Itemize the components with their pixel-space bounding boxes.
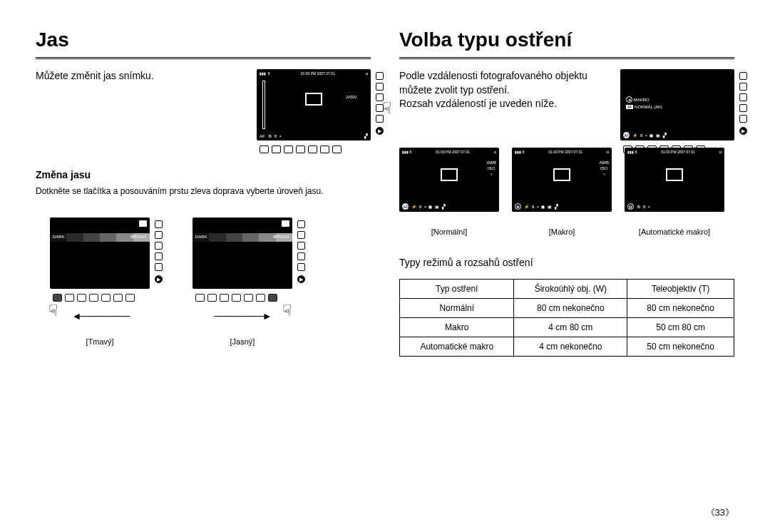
play-icon: ▶	[376, 127, 384, 135]
screen-bottom-buttons[interactable]	[260, 145, 342, 153]
jas-preview-screen: ▮▮▮ 8 01:00 PM 2007.07.01 ◘ JASN AF⚙8▪ ▞…	[257, 69, 371, 140]
jasn-label: JASN	[346, 95, 356, 99]
bright-label: [Jasný]	[192, 337, 292, 346]
dark-preview: DARK BRIGHT	[50, 218, 150, 289]
hand-icon: ☟	[382, 99, 396, 116]
focus-example-auto-makro: ▮▮▮ 801:00 PM 2007.07.01◘ ✿⚙8▪	[625, 148, 724, 212]
zmena-jasu-instruction: Dotkněte se tlačítka a posouváním prstu …	[36, 186, 371, 196]
zmena-jasu-title: Změna jasu	[36, 169, 371, 180]
focus-intro-1: Podle vzdálenosti fotografovaného objekt…	[399, 69, 606, 97]
jas-intro: Můžete změnit jas snímku.	[36, 69, 235, 83]
focus-example-label: [Makro]	[512, 227, 612, 236]
left-column: Jas Můžete změnit jas snímku. ▮▮▮ 8 01:0…	[36, 29, 371, 357]
focus-range-table: Typ ostření Širokoúhlý obj. (W) Teleobje…	[399, 279, 734, 357]
table-row: Normální 80 cm nekonečno 80 cm nekonečno	[400, 298, 734, 317]
table-row: Makro 4 cm 80 cm 50 cm 80 cm	[400, 317, 734, 337]
focus-mode-screen: ❀ MAKRO AF NORMÁL (AF) AF ⚡8▪◼▣▞ ▶	[620, 69, 734, 140]
focus-examples-row: ▮▮▮ 801:00 PM 2007.07.01◘ AWBISO☼ AF⚡8▪◼…	[399, 148, 734, 236]
af-icon: AF	[623, 132, 630, 138]
camera-icon	[139, 220, 147, 227]
focus-table-title: Typy režimů a rozsahů ostření	[399, 256, 734, 270]
brightness-examples: DARK BRIGHT ▶ ☟ [Tmavý]	[50, 218, 371, 346]
camera-icon	[282, 220, 289, 227]
focus-example-label: [Normální]	[399, 227, 499, 236]
table-row: Automatické makro 4 cm nekonečno 50 cm n…	[400, 337, 734, 356]
arrow-left-icon	[50, 310, 150, 322]
focus-example-normal: ▮▮▮ 801:00 PM 2007.07.01◘ AWBISO☼ AF⚡8▪◼…	[399, 148, 499, 212]
dark-label: [Tmavý]	[50, 337, 150, 346]
right-column: Volba typu ostření Podle vzdálenosti fot…	[399, 29, 734, 357]
flower-icon: ❀	[515, 203, 521, 210]
title-rule	[399, 57, 734, 59]
hand-icon: ☟	[282, 302, 297, 319]
focus-title: Volba typu ostření	[399, 29, 734, 51]
hand-icon: ☟	[48, 302, 63, 319]
jas-title: Jas	[36, 29, 371, 51]
arrow-right-icon	[192, 310, 292, 322]
focus-example-label: [Automatické makro]	[625, 227, 724, 236]
focus-example-makro: ▮▮▮ 801:00 PM 2007.07.01◘ AWBISO☼ ❀⚡8▪◼▣…	[512, 148, 612, 212]
table-row: Typ ostření Širokoúhlý obj. (W) Teleobje…	[400, 279, 734, 298]
page-number: 33	[706, 506, 734, 519]
title-rule	[36, 57, 371, 59]
focus-intro-2: Rozsah vzdáleností je uveden níže.	[399, 97, 606, 111]
bright-preview: DARK BRIGHT	[192, 218, 292, 289]
auto-flower-icon: ✿	[627, 203, 634, 210]
